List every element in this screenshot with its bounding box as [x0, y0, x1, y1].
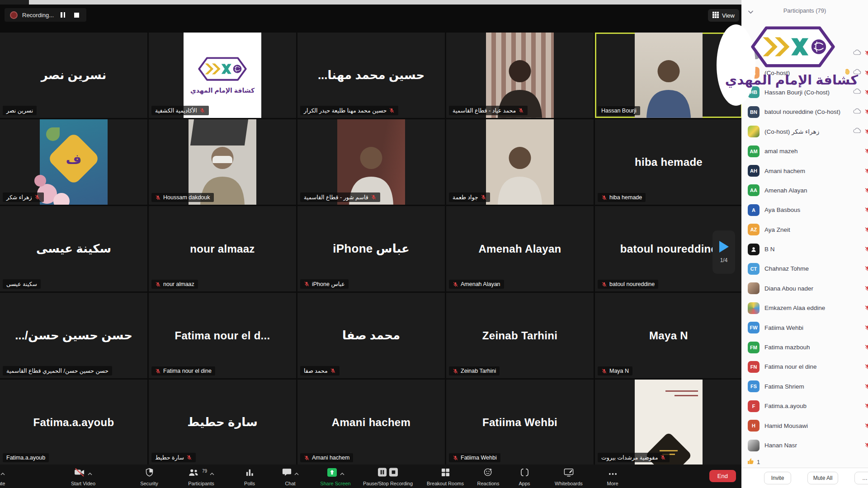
participant-row[interactable]: FWFatiima Wehbi [741, 318, 868, 337]
tile-name-chip: batoul noureddine [598, 280, 658, 289]
stop-recording-button[interactable] [72, 10, 81, 19]
participant-row[interactable]: AMamal mazeh [741, 141, 868, 161]
muted-mic-icon[interactable] [864, 70, 868, 76]
tile-name-chip: حسين محمد مهنا طليعة حيدر الكرار [300, 106, 398, 115]
participant-video [189, 119, 256, 205]
muted-mic-icon[interactable] [864, 109, 868, 115]
video-tile[interactable]: Hassan Bourji [595, 33, 742, 118]
video-tile[interactable]: فزهراء شكر [0, 119, 147, 205]
video-tile[interactable]: nour almaaznour almaaz [149, 206, 296, 291]
participant-row[interactable]: Hanan Nasr [741, 436, 868, 455]
video-tile[interactable]: Houssam dakdouk [149, 119, 296, 205]
video-tile[interactable]: نسرين نصرنسرين نصر [0, 33, 147, 118]
muted-mic-icon[interactable] [864, 188, 868, 193]
end-meeting-button[interactable]: End [709, 470, 736, 482]
participant-row[interactable]: B N [741, 239, 868, 259]
tile-display-name: Amenah Alayan [446, 206, 594, 291]
muted-mic-icon[interactable] [864, 246, 868, 252]
toolbar-share-screen-button[interactable]: Share Screen [306, 468, 365, 486]
participant-row[interactable]: CTChahnaz Tohme [741, 259, 868, 278]
participant-row[interactable]: ن(Co-host) [741, 63, 868, 82]
avatar: HB [748, 86, 760, 98]
toolbar-more-button[interactable]: More [583, 468, 642, 486]
chevron-up-icon[interactable] [294, 469, 299, 477]
tile-name-label: Amani hachem [312, 455, 349, 461]
toolbar-start-video-button[interactable]: Start Video [54, 468, 113, 486]
participant-row[interactable]: Diana Abou nader [741, 279, 868, 298]
muted-mic-icon[interactable] [864, 148, 868, 154]
muted-mic-icon[interactable] [864, 129, 868, 135]
chevron-up-icon[interactable] [88, 469, 92, 477]
muted-mic-icon[interactable] [864, 305, 868, 311]
participant-row[interactable]: HHamid Mousawi [741, 416, 868, 435]
video-tile[interactable]: سارة حطيطسارة حطيط [149, 380, 296, 465]
participant-row[interactable]: Emkazem Alaa eddine [741, 298, 868, 318]
muted-mic-icon[interactable] [864, 364, 868, 370]
muted-mic-icon[interactable] [864, 89, 868, 95]
view-button[interactable]: View [708, 9, 739, 22]
muted-mic-icon[interactable] [864, 344, 868, 350]
toolbar-pause-stop-recording-button[interactable]: Pause/Stop Recording [359, 468, 417, 486]
video-tile[interactable]: عباس iPhoneعباس iPhone [297, 206, 445, 291]
video-tile[interactable]: Fatima nour el d...Fatima nour el dine [149, 293, 296, 378]
meeting-toolbar: End UnmuteStart VideoSecurity79Participa… [0, 465, 742, 488]
participant-row[interactable]: HBHassan Bourji (Co-host) [741, 83, 868, 102]
chevron-up-icon[interactable] [340, 469, 344, 477]
muted-mic-icon [481, 194, 486, 200]
video-tile[interactable]: Amenah AlayanAmenah Alayan [446, 206, 594, 291]
avatar [748, 47, 760, 59]
video-tile[interactable]: سكينة عيسىسكينة عيسى [0, 206, 147, 291]
participant-row[interactable]: AHAmani hachem [741, 161, 868, 180]
chevron-up-icon[interactable] [210, 469, 214, 477]
muted-mic-icon[interactable] [864, 384, 868, 389]
participant-row[interactable]: زهراء شكر (Co-host) [741, 122, 868, 141]
muted-mic-icon[interactable] [864, 227, 868, 233]
video-tile[interactable]: hiba hemadehiba hemade [595, 119, 742, 205]
participant-row[interactable]: FMFatima mazbouh [741, 338, 868, 357]
muted-mic-icon[interactable] [864, 423, 868, 429]
video-tile[interactable]: قاسم شور - قطاع القاسمية [297, 119, 445, 205]
video-tile[interactable]: Amani hachemAmani hachem [297, 380, 445, 465]
video-tile[interactable]: محمد صفامحمد صفا [297, 293, 445, 378]
avatar: FS [748, 380, 760, 392]
muted-mic-icon[interactable] [864, 403, 868, 409]
participant-row[interactable]: (Host, me) [741, 43, 868, 63]
muted-mic-icon[interactable] [864, 442, 868, 448]
video-tile[interactable]: كشافة الإمام المهديالأكاديمية الكشفية [149, 33, 296, 118]
chevron-up-icon[interactable] [0, 469, 5, 477]
video-tile[interactable]: جواد طعمة [446, 119, 594, 205]
pause-recording-button[interactable] [58, 10, 67, 19]
participant-row[interactable]: AAya Basbous [741, 200, 868, 220]
panel-more-button[interactable]: … [854, 472, 868, 484]
muted-mic-icon[interactable] [864, 286, 868, 291]
video-tile[interactable]: حسين محمد مهنا...حسين محمد مهنا طليعة حي… [297, 33, 445, 118]
video-tile[interactable]: Maya NMaya N [595, 293, 742, 378]
participant-row[interactable]: AZAya Zneit [741, 220, 868, 239]
video-tile[interactable]: محمد عياد - قطاع القاسمية [446, 33, 594, 118]
muted-mic-icon[interactable] [864, 50, 868, 56]
mute-all-button[interactable]: Mute All [807, 472, 838, 484]
participant-row[interactable]: FSFatima Shriem [741, 377, 868, 396]
muted-mic-icon[interactable] [864, 266, 868, 272]
invite-button[interactable]: Invite [764, 472, 791, 484]
video-tile[interactable]: مفوضية مرشدات بيروت [595, 380, 742, 465]
participant-name: Aya Basbous [764, 206, 800, 213]
participant-row[interactable]: AAAmenah Alayan [741, 181, 868, 200]
participant-row[interactable]: BNbatoul noureddine (Co-host) [741, 102, 868, 122]
video-tile[interactable]: Fatima.a.ayoubFatima.a.ayoub [0, 380, 147, 465]
participant-row[interactable]: FNFatima nour el dine [741, 357, 868, 376]
toolbar-unmute-button[interactable]: Unmute [0, 468, 26, 486]
next-page-arrow-icon[interactable] [719, 241, 729, 253]
muted-mic-icon[interactable] [864, 168, 868, 174]
video-tile[interactable]: Zeinab TarhiniZeinab Tarhini [446, 293, 594, 378]
tile-name-chip: Hassan Bourji [598, 106, 640, 115]
muted-mic-icon[interactable] [864, 325, 868, 331]
muted-mic-icon[interactable] [864, 207, 868, 213]
toolbar-security-button[interactable]: Security [120, 468, 179, 486]
next-page-control[interactable]: 1/4 [712, 230, 735, 274]
participant-row[interactable]: FFatima.a.ayoub [741, 396, 868, 416]
video-tile[interactable]: Fatiima WehbiFatiima Wehbi [446, 380, 594, 465]
cloud-recording-icon [853, 69, 862, 77]
video-tile[interactable]: حسن حسين حسن/...حسن حسين حسن/ الحميري قط… [0, 293, 147, 378]
muted-mic-icon [304, 455, 310, 461]
